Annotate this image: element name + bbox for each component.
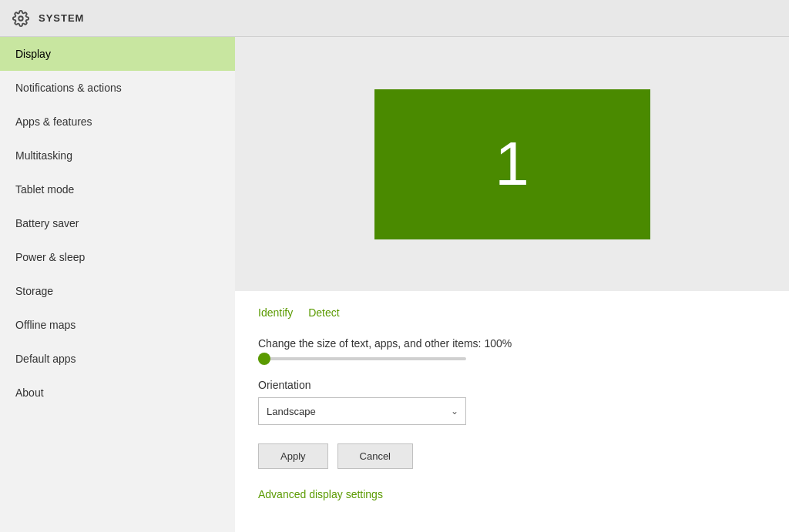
- sidebar-item-storage[interactable]: Storage: [0, 274, 235, 308]
- sidebar-item-battery[interactable]: Battery saver: [0, 206, 235, 240]
- scale-container: Change the size of text, apps, and other…: [258, 337, 766, 360]
- main-layout: Display Notifications & actions Apps & f…: [0, 37, 789, 532]
- sidebar: Display Notifications & actions Apps & f…: [0, 37, 235, 532]
- sidebar-item-multitasking[interactable]: Multitasking: [0, 139, 235, 172]
- cancel-button[interactable]: Cancel: [337, 443, 413, 469]
- monitor-number: 1: [495, 129, 529, 199]
- identify-link[interactable]: Identify: [258, 306, 293, 319]
- button-row: Apply Cancel: [258, 443, 766, 469]
- display-actions: Identify Detect: [258, 306, 766, 319]
- monitor-screen: 1: [374, 89, 650, 239]
- sidebar-item-apps[interactable]: Apps & features: [0, 105, 235, 139]
- gear-icon: [12, 10, 29, 27]
- orientation-section: Orientation Landscape Portrait Landscape…: [258, 379, 766, 425]
- sidebar-item-power[interactable]: Power & sleep: [0, 240, 235, 274]
- sidebar-item-offline[interactable]: Offline maps: [0, 308, 235, 342]
- sidebar-item-tablet[interactable]: Tablet mode: [0, 172, 235, 206]
- scale-slider-track[interactable]: [258, 357, 466, 360]
- orientation-select[interactable]: Landscape Portrait Landscape (flipped) P…: [258, 397, 466, 425]
- orientation-select-wrapper: Landscape Portrait Landscape (flipped) P…: [258, 397, 466, 425]
- sidebar-item-notifications[interactable]: Notifications & actions: [0, 71, 235, 105]
- detect-link[interactable]: Detect: [308, 306, 339, 319]
- sidebar-item-default[interactable]: Default apps: [0, 342, 235, 376]
- scale-label: Change the size of text, apps, and other…: [258, 337, 766, 350]
- orientation-label: Orientation: [258, 379, 766, 391]
- settings-panel: Identify Detect Change the size of text,…: [235, 291, 789, 532]
- sidebar-item-about[interactable]: About: [0, 376, 235, 410]
- svg-point-0: [18, 16, 23, 21]
- advanced-display-link[interactable]: Advanced display settings: [258, 488, 383, 500]
- title-bar: SYSTEM: [0, 0, 789, 37]
- apply-button[interactable]: Apply: [258, 443, 328, 469]
- title-bar-text: SYSTEM: [39, 12, 84, 24]
- content-area: 1 Identify Detect Change the size of tex…: [235, 37, 789, 532]
- slider-thumb[interactable]: [258, 353, 270, 365]
- sidebar-item-display[interactable]: Display: [0, 37, 235, 71]
- monitor-preview: 1: [235, 37, 789, 291]
